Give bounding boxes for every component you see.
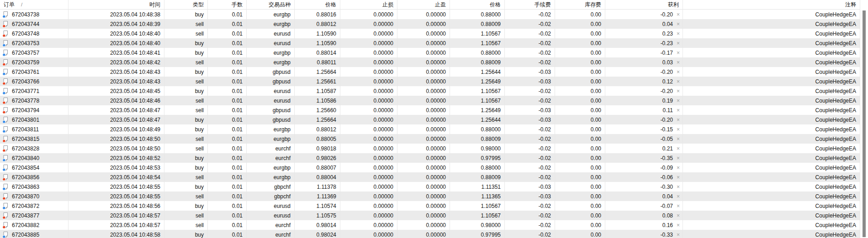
close-order-icon[interactable]: ×: [677, 41, 680, 46]
order-document-sell-icon: [2, 59, 9, 66]
column-header-time[interactable]: 时间: [69, 0, 164, 9]
close-order-icon[interactable]: ×: [677, 98, 680, 103]
cell-close_price: 0.88009: [450, 172, 505, 182]
price-value: 1.25660: [317, 107, 336, 114]
table-row[interactable]: 6720437712023.05.04 10:48:45buy0.01eurus…: [0, 86, 860, 96]
close-order-icon[interactable]: ×: [677, 69, 680, 75]
cell-close_price: 1.10567: [450, 201, 505, 211]
order-id: 672043840: [12, 155, 39, 161]
close-order-icon[interactable]: ×: [677, 21, 680, 27]
commission-value: -0.02: [539, 232, 551, 238]
column-header-swap[interactable]: 库存费: [555, 0, 605, 9]
column-header-tp[interactable]: 止盈: [397, 0, 450, 9]
column-header-close_price[interactable]: 价格: [450, 0, 505, 9]
table-row[interactable]: 6720438822023.05.04 10:48:57sell0.01eurc…: [0, 220, 860, 230]
close-order-icon[interactable]: ×: [677, 127, 680, 132]
cell-comment: CoupleHedgeEA: [683, 172, 860, 182]
cell-tp: 0.00000: [397, 211, 450, 220]
close_price-value: 1.11351: [482, 184, 501, 190]
close-order-icon[interactable]: ×: [677, 155, 680, 161]
order-id: 672043753: [12, 40, 39, 47]
cell-symbol: eurgbp: [247, 10, 295, 19]
commission-value: -0.02: [539, 155, 551, 161]
profit-value: -0.07: [661, 203, 673, 209]
table-row[interactable]: 6720437482023.05.04 10:48:40sell0.01euru…: [0, 29, 860, 38]
cell-lots: 0.01: [208, 134, 247, 144]
close-order-icon[interactable]: ×: [677, 184, 680, 190]
commission-value: -0.02: [539, 98, 551, 104]
column-header-label: 止损: [382, 1, 393, 9]
cell-profit: 0.19×: [605, 96, 683, 105]
cell-comment: CoupleHedgeEA: [683, 201, 860, 211]
cell-commission: -0.02: [505, 19, 555, 29]
table-row[interactable]: 6720438402023.05.04 10:48:52buy0.01eurch…: [0, 153, 860, 163]
column-header-profit[interactable]: 获利: [605, 0, 683, 9]
close-order-icon[interactable]: ×: [677, 213, 680, 218]
table-row[interactable]: 6720438152023.05.04 10:48:50sell0.01eurg…: [0, 134, 860, 144]
table-row[interactable]: 6720438632023.05.04 10:48:55buy0.01gbpch…: [0, 182, 860, 191]
cell-symbol: eurgbp: [247, 172, 295, 182]
column-header-type[interactable]: 类型: [164, 0, 208, 9]
symbol-value: eurusd: [274, 203, 291, 209]
close-order-icon[interactable]: ×: [677, 175, 680, 180]
tp-value: 0.00000: [426, 203, 446, 209]
close-order-icon[interactable]: ×: [677, 203, 680, 209]
table-row[interactable]: 6720437442023.05.04 10:48:39sell0.01eurg…: [0, 19, 860, 29]
close-order-icon[interactable]: ×: [677, 12, 680, 17]
column-header-label: 价格: [325, 1, 336, 9]
table-row[interactable]: 6720437612023.05.04 10:48:43buy0.01gbpus…: [0, 67, 860, 77]
table-row[interactable]: 6720437532023.05.04 10:48:40buy0.01eurus…: [0, 38, 860, 48]
close-order-icon[interactable]: ×: [677, 79, 680, 84]
table-row[interactable]: 6720438852023.05.04 10:48:58buy0.01eurch…: [0, 230, 860, 238]
cell-comment: CoupleHedgeEA: [683, 182, 860, 191]
table-row[interactable]: 6720437382023.05.04 10:48:38buy0.01eurgb…: [0, 10, 860, 19]
commission-value: -0.02: [539, 212, 551, 219]
type-value: buy: [195, 117, 204, 123]
table-row[interactable]: 6720438012023.05.04 10:48:47buy0.01gbpus…: [0, 115, 860, 124]
cell-order: 672043870: [0, 191, 69, 201]
scrollbar-thumb[interactable]: [863, 10, 866, 237]
vertical-scrollbar[interactable]: [860, 0, 868, 238]
cell-tp: 0.00000: [397, 19, 450, 29]
lots-value: 0.01: [232, 126, 243, 133]
table-row[interactable]: 6720438722023.05.04 10:48:56buy0.01eurus…: [0, 201, 860, 211]
table-row[interactable]: 6720438772023.05.04 10:48:57sell0.01euru…: [0, 211, 860, 220]
table-row[interactable]: 6720438282023.05.04 10:48:50sell0.01eurc…: [0, 144, 860, 153]
table-row[interactable]: 6720438702023.05.04 10:48:55sell0.01gbpc…: [0, 191, 860, 201]
close-order-icon[interactable]: ×: [677, 60, 680, 65]
table-row[interactable]: 6720438112023.05.04 10:48:49buy0.01eurgb…: [0, 124, 860, 134]
close-order-icon[interactable]: ×: [677, 31, 680, 36]
column-header-lots[interactable]: 手数: [208, 0, 247, 9]
type-value: buy: [195, 126, 204, 133]
close-order-icon[interactable]: ×: [677, 194, 680, 199]
cell-order: 672043738: [0, 10, 69, 19]
table-row[interactable]: 6720437572023.05.04 10:48:41buy0.01eurgb…: [0, 48, 860, 57]
table-row[interactable]: 6720437662023.05.04 10:48:43sell0.01gbpu…: [0, 77, 860, 86]
order-id: 672043828: [12, 145, 39, 152]
close-order-icon[interactable]: ×: [677, 108, 680, 113]
close-order-icon[interactable]: ×: [677, 232, 680, 238]
close-order-icon[interactable]: ×: [677, 88, 680, 94]
close-order-icon[interactable]: ×: [677, 136, 680, 142]
table-row[interactable]: 6720437592023.05.04 10:48:42sell0.01eurg…: [0, 57, 860, 67]
table-row[interactable]: 6720438542023.05.04 10:48:53buy0.01eurgb…: [0, 163, 860, 172]
close-order-icon[interactable]: ×: [677, 222, 680, 228]
close-order-icon[interactable]: ×: [677, 165, 680, 171]
order-id: 672043854: [12, 165, 39, 171]
column-header-sl[interactable]: 止损: [340, 0, 397, 9]
column-header-price[interactable]: 价格: [295, 0, 340, 9]
cell-lots: 0.01: [208, 96, 247, 105]
close-order-icon[interactable]: ×: [677, 117, 680, 123]
column-header-comment[interactable]: 注释: [683, 0, 860, 9]
profit-value: -0.05: [661, 136, 673, 142]
column-header-symbol[interactable]: 交易品种: [247, 0, 295, 9]
close-order-icon[interactable]: ×: [677, 50, 680, 56]
table-row[interactable]: 6720437942023.05.04 10:48:47sell0.01gbpu…: [0, 105, 860, 115]
close-order-icon[interactable]: ×: [677, 146, 680, 151]
column-header-commission[interactable]: 手续费: [505, 0, 555, 9]
column-header-order[interactable]: 订单/: [0, 0, 69, 9]
cell-tp: 0.00000: [397, 144, 450, 153]
table-row[interactable]: 6720438562023.05.04 10:48:54sell0.01eurg…: [0, 172, 860, 182]
table-row[interactable]: 6720437782023.05.04 10:48:46sell0.01euru…: [0, 96, 860, 105]
time-value: 2023.05.04 10:48:50: [110, 136, 160, 142]
